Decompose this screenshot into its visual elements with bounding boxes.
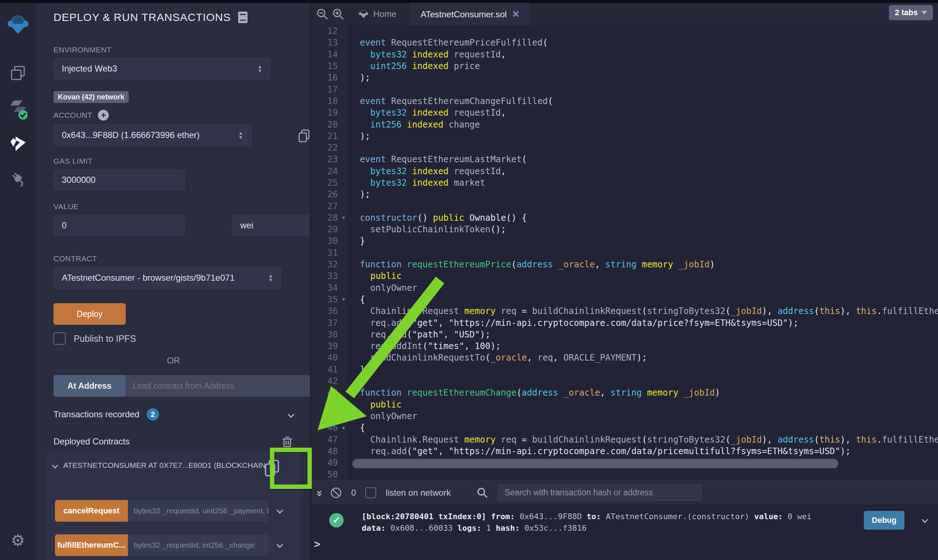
line-number: 30: [311, 236, 338, 246]
document-icon[interactable]: [237, 11, 248, 24]
chevron-down-icon[interactable]: [921, 516, 928, 523]
terminal: 0 listen on network ✔ [block:20780401 tx…: [311, 480, 938, 560]
transaction-log-text: [block:20780401 txIndex:0] from: 0x643..…: [362, 511, 846, 534]
publish-ipfs-checkbox[interactable]: [54, 332, 66, 345]
value-unit-select[interactable]: wei ▲▼: [232, 215, 310, 236]
line-number: 47: [311, 435, 338, 445]
environment-select[interactable]: Injected Web3 ▲▼: [54, 58, 271, 80]
value-unit: wei: [240, 220, 253, 231]
or-separator: OR: [54, 355, 294, 366]
clear-console-icon[interactable]: [330, 487, 342, 498]
remix-logo-icon: [359, 9, 368, 19]
tab-home[interactable]: Home: [349, 3, 406, 25]
line-number: 38: [311, 329, 338, 340]
cancel-request-button[interactable]: cancelRequest: [55, 500, 128, 522]
line-number: 33: [311, 271, 338, 281]
code-area[interactable]: 1213 event RequestEthereumPriceFulfilled…: [311, 25, 938, 480]
zoom-out-icon[interactable]: [316, 8, 328, 20]
account-select[interactable]: 0x643...9F88D (1.666673996 ether) ▲▼: [54, 124, 252, 146]
code-line: 14 bytes32 indexed requestId,: [311, 49, 938, 60]
copy-contract-address-icon[interactable]: [263, 458, 280, 478]
fold-marker-icon[interactable]: ▼: [338, 215, 349, 220]
line-number: 18: [311, 96, 338, 106]
code-line: 38 req.add("path", "USD");: [311, 329, 938, 340]
select-arrows-icon: ▲▼: [268, 274, 273, 282]
gas-limit-label: GAS LIMIT: [54, 157, 294, 165]
line-number: 44: [311, 400, 338, 410]
close-tab-icon[interactable]: ✕: [512, 9, 520, 20]
code-line: 47 Chainlink.Request memory req = buildC…: [311, 434, 938, 445]
debug-button[interactable]: Debug: [864, 511, 904, 530]
network-badge: Kovan (42) network: [54, 91, 129, 103]
line-number: 42: [311, 376, 338, 386]
code-line: 22: [311, 142, 938, 154]
file-explorer-icon[interactable]: [10, 65, 26, 82]
fulfill-args-input[interactable]: bytes32 _requestId, int256 _change: [128, 534, 269, 556]
horizontal-scrollbar[interactable]: [352, 459, 838, 468]
terminal-search-input[interactable]: [498, 485, 702, 501]
line-number: 21: [311, 131, 338, 141]
deployed-contract-header[interactable]: ATESTNETCONSUMER AT 0X7E7...E80D1 (BLOCK…: [53, 461, 265, 470]
code-line: 30 }: [311, 235, 938, 247]
function-row-fulfill: fulfillEthereumC... bytes32 _requestId, …: [55, 534, 269, 556]
code-line: 36 Chainlink.Request memory req = buildC…: [311, 305, 938, 317]
solidity-compiler-icon[interactable]: [9, 100, 28, 120]
remix-logo-icon[interactable]: [7, 14, 29, 35]
line-number: 46: [311, 423, 338, 433]
line-number: 48: [311, 446, 338, 456]
chevron-down-icon[interactable]: [52, 462, 58, 469]
copy-account-icon[interactable]: [297, 129, 310, 143]
fold-marker-icon[interactable]: ▼: [338, 297, 349, 302]
contract-label: CONTRACT: [54, 254, 294, 263]
deployed-contract-title: ATESTNETCONSUMER AT 0X7E7...E80D1 (BLOCK…: [63, 461, 265, 470]
settings-gear-icon[interactable]: ⚙: [11, 531, 25, 549]
add-account-icon[interactable]: +: [98, 110, 109, 121]
code-line: 31: [311, 247, 938, 259]
tab-atestnetconsumer[interactable]: ATestnetConsumer.sol ✕: [411, 3, 529, 25]
value-label: VALUE: [54, 202, 294, 211]
contract-select[interactable]: ATestnetConsumer - browser/gists/9b71e07…: [54, 267, 281, 289]
tabs-dropdown-button[interactable]: 2 tabs: [889, 5, 933, 20]
line-number: 43: [311, 388, 338, 398]
gas-limit-value: 3000000: [62, 175, 95, 185]
fold-marker-icon[interactable]: ▼: [338, 425, 349, 431]
line-number: 50: [311, 469, 338, 479]
expand-terminal-icon[interactable]: [318, 490, 321, 496]
code-line: 34 onlyOwner: [311, 282, 938, 294]
chevron-down-icon[interactable]: [288, 411, 294, 418]
line-number: 41: [311, 365, 338, 375]
code-editor: Home ATestnetConsumer.sol ✕ 2 tabs 1213 …: [311, 3, 938, 480]
gas-limit-input[interactable]: 3000000: [54, 169, 185, 191]
select-arrows-icon: ▲▼: [238, 131, 243, 140]
chevron-down-icon[interactable]: [277, 507, 283, 513]
code-line: 40 sendChainlinkRequestTo(_oracle, req, …: [311, 352, 938, 363]
at-address-button[interactable]: At Address: [54, 375, 125, 397]
line-number: 13: [311, 38, 338, 48]
code-line: 25 bytes32 indexed market: [311, 177, 938, 189]
line-number: 37: [311, 318, 338, 328]
code-line: 15 uint256 indexed price: [311, 60, 938, 72]
code-line: 39 req.addInt("times", 100);: [311, 340, 938, 352]
chevron-down-icon[interactable]: [277, 541, 283, 548]
cancel-request-args-input[interactable]: bytes32 _requestId, uint256 _payment, by: [128, 500, 269, 522]
window-top-edge: [0, 0, 938, 3]
deploy-button[interactable]: Deploy: [54, 303, 126, 325]
deploy-run-icon[interactable]: [9, 136, 27, 152]
code-line: 13 event RequestEthereumPriceFulfilled(: [311, 37, 938, 48]
line-number: 26: [311, 189, 338, 199]
plugin-manager-icon[interactable]: [9, 170, 27, 189]
line-number: 22: [311, 143, 338, 153]
terminal-prompt[interactable]: >: [314, 538, 320, 550]
tab-file-label: ATestnetConsumer.sol: [421, 9, 507, 20]
listen-network-checkbox[interactable]: [365, 488, 376, 498]
at-address-input[interactable]: [125, 375, 310, 397]
search-icon: [477, 487, 488, 498]
line-number: 17: [311, 85, 338, 95]
deploy-run-panel: DEPLOY & RUN TRANSACTIONS ENVIRONMENT In…: [37, 3, 310, 560]
transaction-log-row[interactable]: ✔ [block:20780401 txIndex:0] from: 0x643…: [329, 511, 927, 534]
zoom-in-icon[interactable]: [332, 8, 344, 20]
fulfill-ethereum-button[interactable]: fulfillEthereumC...: [55, 534, 128, 556]
code-line: 37 req.add("get", "https://min-api.crypt…: [311, 317, 938, 328]
value-input[interactable]: 0: [54, 215, 185, 236]
trash-icon[interactable]: [281, 435, 294, 448]
